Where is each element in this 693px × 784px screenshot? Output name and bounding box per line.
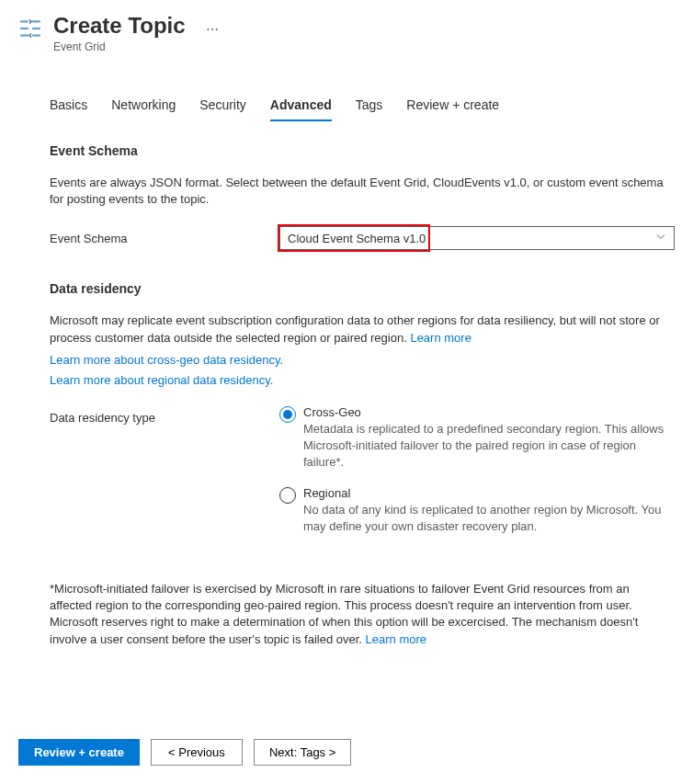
page-title: Create Topic [53,13,186,39]
review-create-button[interactable]: Review + create [18,739,140,766]
svg-rect-3 [32,28,40,29]
event-schema-title: Event Schema [50,143,675,158]
event-grid-icon [18,17,42,40]
tab-review-create[interactable]: Review + create [406,97,499,121]
tab-security[interactable]: Security [199,97,246,121]
radio-button-selected[interactable] [279,406,296,423]
tab-networking[interactable]: Networking [111,97,176,121]
radio-cross-geo-desc: Metadata is replicated to a predefined s… [303,421,675,472]
page-subtitle: Event Grid [53,40,186,53]
tab-tags[interactable]: Tags [356,97,383,121]
footnote-learn-more-link[interactable]: Learn more [366,632,426,646]
learn-more-link[interactable]: Learn more [410,331,471,345]
svg-rect-1 [32,20,40,22]
event-schema-value: Cloud Event Schema v1.0 [288,232,426,245]
page-header: Create Topic Event Grid ⋯ [0,0,693,53]
next-button[interactable]: Next: Tags > [254,739,351,766]
previous-button[interactable]: < Previous [151,739,243,766]
radio-cross-geo-label: Cross-Geo [303,405,675,419]
chevron-down-icon [655,232,666,245]
tab-basics[interactable]: Basics [50,97,87,121]
data-residency-type-row: Data residency type Cross-Geo Metadata i… [50,405,675,550]
radio-cross-geo[interactable]: Cross-Geo Metadata is replicated to a pr… [279,405,675,472]
radio-regional-desc: No data of any kind is replicated to ano… [303,502,675,535]
tab-bar: Basics Networking Security Advanced Tags… [0,53,693,121]
failover-footnote: *Microsoft-initiated failover is exercis… [50,581,675,648]
svg-rect-0 [20,20,28,22]
svg-rect-4 [20,35,28,37]
footer-buttons: Review + create < Previous Next: Tags > [18,739,351,766]
more-icon[interactable]: ⋯ [206,22,220,37]
event-schema-label: Event Schema [50,226,279,245]
content-area: Event Schema Events are always JSON form… [0,121,693,648]
svg-rect-2 [20,28,28,29]
event-schema-desc: Events are always JSON format. Select be… [50,175,675,208]
radio-regional-label: Regional [303,486,675,500]
regional-link[interactable]: Learn more about regional data residency… [50,373,273,387]
data-residency-type-label: Data residency type [50,405,279,425]
data-residency-title: Data residency [50,281,675,296]
event-schema-row: Event Schema Cloud Event Schema v1.0 [50,226,675,250]
radio-regional[interactable]: Regional No data of any kind is replicat… [279,486,675,535]
data-residency-desc: Microsoft may replicate event subscripti… [50,312,675,347]
data-residency-radio-group: Cross-Geo Metadata is replicated to a pr… [279,405,675,550]
tab-advanced[interactable]: Advanced [270,97,332,121]
event-schema-dropdown[interactable]: Cloud Event Schema v1.0 [279,226,675,250]
radio-button-unselected[interactable] [279,487,296,504]
svg-rect-5 [32,35,40,37]
cross-geo-link[interactable]: Learn more about cross-geo data residenc… [50,353,283,367]
